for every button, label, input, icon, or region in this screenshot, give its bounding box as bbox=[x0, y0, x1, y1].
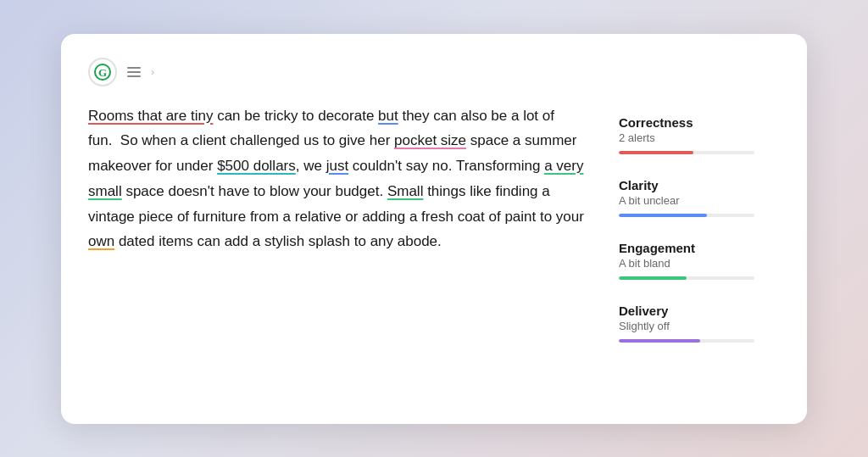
clarity-sub: A bit unclear bbox=[619, 194, 780, 207]
toolbar: G › bbox=[88, 58, 780, 86]
underline-pocket-size: pocket size bbox=[394, 132, 466, 148]
underline-just: just bbox=[326, 158, 348, 174]
correctness-sub: 2 alerts bbox=[619, 131, 780, 144]
engagement-label: Engagement bbox=[619, 241, 780, 255]
menu-button[interactable] bbox=[124, 64, 144, 81]
underline-rooms-that-are-tiny: Rooms that are tiny bbox=[88, 108, 213, 124]
main-card: G › Rooms that are tiny can be tricky to… bbox=[61, 34, 807, 424]
underline-own: own bbox=[88, 233, 114, 249]
metric-engagement: Engagement A bit bland bbox=[619, 229, 780, 292]
main-content: Rooms that are tiny can be tricky to dec… bbox=[88, 103, 780, 397]
metrics-sidebar: Correctness 2 alerts Clarity A bit uncle… bbox=[619, 103, 780, 397]
engagement-sub: A bit bland bbox=[619, 257, 780, 270]
metric-clarity: Clarity A bit unclear bbox=[619, 166, 780, 229]
clarity-bar-fill bbox=[619, 214, 707, 217]
delivery-label: Delivery bbox=[619, 304, 780, 318]
correctness-bar-track bbox=[619, 151, 754, 154]
engagement-bar-fill bbox=[619, 276, 687, 280]
delivery-sub: Slightly off bbox=[619, 320, 780, 332]
grammarly-logo: G bbox=[88, 58, 117, 86]
underline-small: Small bbox=[387, 183, 424, 199]
clarity-bar-track bbox=[619, 214, 754, 217]
clarity-label: Clarity bbox=[619, 178, 780, 192]
svg-text:G: G bbox=[98, 66, 107, 79]
engagement-bar-track bbox=[619, 276, 754, 280]
chevron-right-icon: › bbox=[151, 65, 154, 78]
delivery-bar-track bbox=[619, 339, 754, 343]
correctness-bar-fill bbox=[619, 151, 693, 154]
delivery-bar-fill bbox=[619, 339, 700, 343]
underline-but: but bbox=[378, 108, 398, 124]
metric-correctness: Correctness 2 alerts bbox=[619, 103, 780, 166]
correctness-label: Correctness bbox=[619, 115, 780, 130]
metric-delivery: Delivery Slightly off bbox=[619, 292, 780, 354]
document-text[interactable]: Rooms that are tiny can be tricky to dec… bbox=[88, 103, 585, 397]
underline-500-dollars: $500 dollars bbox=[217, 158, 296, 174]
